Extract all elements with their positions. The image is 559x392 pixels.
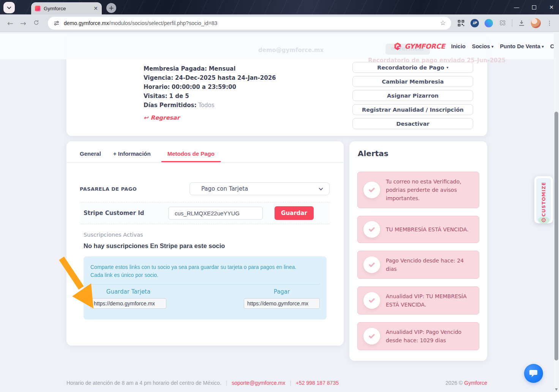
save-card-link-label: Guardar Tarjeta (90, 288, 166, 295)
chevron-down-icon: ▾ (447, 65, 448, 70)
tab-close-icon[interactable]: ✕ (93, 6, 98, 11)
save-button[interactable]: Guardar (275, 206, 314, 220)
gymforce-logo-icon (393, 42, 402, 51)
chat-widget-button[interactable] (524, 364, 543, 383)
chevron-down-icon (7, 5, 11, 9)
pay-link-input[interactable]: https://demo.gymforce.mx (244, 298, 320, 309)
bookmark-star-icon[interactable]: ☆ (440, 19, 446, 27)
footer-note: Horario de atención de 8 am a 4 pm horar… (66, 380, 221, 386)
window-minimize-button[interactable]: — (514, 4, 519, 10)
save-card-link-input[interactable]: https://demo.gymforce.mx (90, 298, 166, 309)
tab-informacion[interactable]: + Información (113, 150, 151, 162)
ghost-reminder-text: Recordatorio de pago enviado 25-Jun-2025 (368, 57, 505, 64)
support-phone-link[interactable]: +52 998 187 8735 (296, 380, 339, 386)
tab-general[interactable]: General (80, 150, 101, 162)
membership-row: Visitas: 1 de 5 (144, 92, 276, 101)
nav-inicio[interactable]: Inicio (451, 43, 466, 49)
url-host: demo.gymforce.mx (64, 20, 109, 26)
check-circle-icon (363, 292, 380, 309)
change-membership-button[interactable]: Cambiar Membresia (352, 76, 473, 87)
alerts-list: Tu correo no esta Verificado, podrias pe… (357, 172, 479, 350)
url-bar[interactable]: demo.gymforce.mx/modulos/socios/select/p… (48, 17, 451, 30)
divider (90, 284, 320, 285)
check-circle-icon (363, 328, 380, 345)
page-background: Membresia Pagada: Mensual Vigencia: 24-D… (0, 32, 559, 392)
page-scrollbar[interactable]: ▼ (554, 32, 559, 392)
ghost-member-email: demo@gymforce.mx (258, 47, 324, 54)
alerts-card: Alertas Tu correo no esta Verificado, po… (349, 141, 487, 361)
membership-info: Membresia Pagada: Mensual Vigencia: 24-D… (144, 64, 276, 110)
stripe-customer-label: Stripe Customer Id (81, 210, 168, 217)
scrollbar-thumb[interactable] (554, 112, 558, 360)
profile-tabs: General + Información Metodos de Pago (66, 141, 344, 163)
alerts-title: Alertas (358, 149, 487, 158)
chat-bubble-icon (529, 369, 538, 378)
chevron-down-icon (319, 186, 323, 190)
downloads-icon[interactable] (518, 19, 525, 27)
tab-search-button[interactable] (3, 2, 15, 13)
chevron-down-icon: ▾ (542, 44, 544, 49)
chevron-down-icon: ▾ (491, 44, 493, 49)
forward-button[interactable]: → (17, 19, 30, 27)
gateway-label: PASARELA DE PAGO (80, 186, 137, 192)
stripe-customer-input[interactable]: cus_RLMQXE22ueYYUG (168, 207, 263, 220)
qr-extension-icon[interactable] (457, 19, 465, 27)
membership-row: Vigencia: 24-Dec-2025 hasta 24-Jan-2026 (144, 73, 276, 82)
subscriptions-empty-message: No hay suscripciones En Stripe para este… (84, 242, 344, 250)
reply-arrow-icon: ↩ (144, 114, 148, 121)
member-actions: Recordatorio de Pago▾ Cambiar Membresia … (352, 62, 473, 129)
check-circle-icon (363, 221, 380, 238)
customize-panel-tab[interactable]: CUSTOMIZE ⚙ (534, 176, 553, 223)
membership-row: Días Permitidos: Todos (144, 101, 276, 110)
nav-punto-de-venta[interactable]: Punto De Venta▾ (500, 43, 543, 49)
footer-brand-link[interactable]: Gymforce (464, 380, 487, 386)
check-circle-icon (363, 182, 380, 198)
subscriptions-label: Suscripciones Activas (84, 232, 344, 238)
check-circle-icon (363, 256, 380, 273)
alert-item: Anualidad VIP: TU MEMBRESÍA ESTÁ VENCIDA… (357, 286, 479, 315)
gymforce-logo[interactable]: GYMFORCE (393, 42, 445, 51)
main-nav: Inicio Socios▾ Punto De Venta▾ Clases▾ C… (451, 43, 559, 49)
annotation-arrow (56, 255, 102, 320)
browser-toolbar: ← → demo.gymforce.mx/modulos/socios/sele… (0, 14, 559, 32)
support-email-link[interactable]: soporte@gymforce.mx (232, 380, 285, 386)
footer-contact: Horario de atención de 8 am a 4 pm horar… (66, 380, 339, 386)
tab-metodos-de-pago[interactable]: Metodos de Pago (161, 150, 221, 162)
gear-icon[interactable]: ⚙ (538, 217, 550, 224)
membership-row: Horario: 00:00:00 a 23:59:00 (144, 82, 276, 92)
app-header: demo@gymforce.mx ✉ Verificar Recordatori… (0, 33, 559, 59)
back-link[interactable]: ↩Regresar (144, 114, 180, 121)
site-info-icon[interactable] (53, 20, 60, 27)
alert-item: Anualidad VIP: Pago Vencido desde hace: … (357, 322, 479, 350)
new-tab-button[interactable]: + (106, 3, 116, 13)
gymforce-favicon-icon (35, 6, 41, 11)
toolbar-divider (512, 19, 512, 27)
wave-extension-icon[interactable] (485, 19, 493, 27)
register-annuity-button[interactable]: Registrar Anualidad / Inscripción (352, 104, 473, 115)
browser-menu-icon[interactable]: ⋮ (546, 19, 553, 27)
window-close-button[interactable]: ✕ (549, 4, 554, 10)
window-maximize-button[interactable] (532, 5, 536, 9)
nav-socios[interactable]: Socios▾ (472, 43, 494, 49)
membership-row: Membresia Pagada: Mensual (144, 64, 276, 73)
pay-link-label: Pagar (244, 288, 320, 295)
url-path: /modulos/socios/select/perfil.php?socio_… (109, 20, 217, 26)
browser-tab-strip: Gymforce ✕ + — ✕ (0, 0, 559, 14)
payment-methods-card: General + Información Metodos de Pago PA… (66, 141, 344, 346)
deactivate-button[interactable]: Desactivar (352, 118, 473, 129)
scrollbar-down-arrow[interactable]: ▼ (554, 387, 559, 391)
back-button[interactable]: ← (4, 19, 17, 27)
customize-label: CUSTOMIZE (541, 182, 546, 217)
browser-profile-avatar[interactable] (531, 18, 541, 28)
share-note-line1: Comparte estos links con tu socio ya sea… (90, 263, 320, 271)
ip-extension-icon[interactable]: iP (471, 19, 479, 27)
alert-item: Pago Vencido desde hace: 24 dias (357, 251, 479, 279)
alert-item: TU MEMBRESÍA ESTÁ VENCIDA. (357, 216, 479, 243)
extensions-puzzle-icon[interactable] (499, 19, 506, 27)
gateway-select[interactable]: Pago con Tarjeta (189, 182, 330, 195)
reload-button[interactable] (30, 19, 43, 27)
reload-icon (33, 19, 39, 26)
browser-tab[interactable]: Gymforce ✕ (31, 2, 102, 14)
share-links-box: Comparte estos links con tu socio ya sea… (84, 256, 327, 319)
assign-board-button[interactable]: Asignar Pizarron (352, 90, 473, 101)
